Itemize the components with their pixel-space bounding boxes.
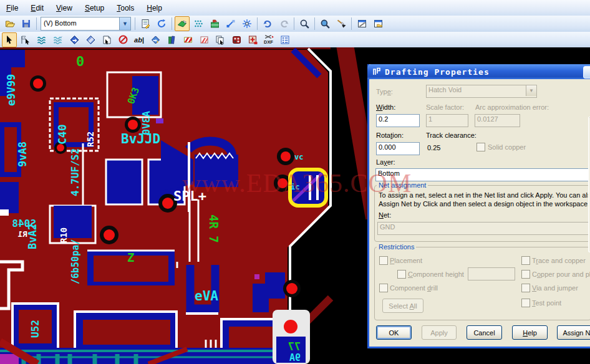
brush-icon[interactable] bbox=[334, 16, 349, 31]
net-input[interactable]: GND bbox=[377, 222, 590, 235]
menu-tools[interactable]: Tools bbox=[110, 2, 140, 14]
component-drill-checkbox[interactable] bbox=[379, 284, 388, 292]
width-input[interactable]: 0.2 bbox=[376, 114, 420, 127]
cancel-button[interactable]: Cancel bbox=[467, 325, 502, 340]
track-clearance-label: Track clearance: bbox=[426, 132, 476, 139]
svg-text:DXF: DXF bbox=[264, 39, 273, 45]
type-select[interactable]: Hatch Void ▼ bbox=[426, 85, 537, 98]
add-pad-icon[interactable] bbox=[245, 32, 260, 47]
menu-setup[interactable]: Setup bbox=[79, 2, 110, 14]
net-help-line1: To assign a net, select a net in the Net… bbox=[379, 191, 590, 199]
split-plane-edit-icon[interactable] bbox=[196, 32, 211, 47]
add-connection-icon[interactable] bbox=[223, 16, 238, 31]
svg-text:U52: U52 bbox=[29, 320, 41, 338]
placement-label: Placement bbox=[390, 257, 422, 264]
net-help-line2: Assign Net by Click and then select a de… bbox=[379, 200, 589, 208]
properties-icon[interactable] bbox=[138, 16, 153, 31]
highlight-burst-icon[interactable] bbox=[239, 16, 254, 31]
menu-view[interactable]: View bbox=[50, 2, 79, 14]
zoom-icon[interactable] bbox=[297, 16, 312, 31]
toolbar-drafting: ab| DXF bbox=[0, 32, 590, 48]
hatch-pour-icon[interactable] bbox=[83, 32, 98, 47]
redraw-icon[interactable] bbox=[154, 16, 169, 31]
board-setup-icon[interactable] bbox=[207, 16, 222, 31]
component-height-checkbox[interactable] bbox=[397, 270, 406, 279]
copper-hatch-icon[interactable] bbox=[51, 32, 65, 47]
test-point-checkbox[interactable] bbox=[521, 299, 530, 307]
svg-text:eVA: eVA bbox=[195, 289, 218, 304]
select-special-icon[interactable] bbox=[18, 32, 33, 47]
layer-select[interactable]: Bottom bbox=[375, 168, 590, 181]
flood-pour-icon[interactable] bbox=[67, 32, 82, 47]
scale-factor-input[interactable]: 1 bbox=[426, 114, 468, 127]
svg-text:SPL+: SPL+ bbox=[173, 188, 206, 204]
net-assignment-legend: Net assignment bbox=[377, 181, 428, 189]
track-clearance-value: 0.25 bbox=[427, 144, 440, 151]
via-and-jumper-label: Via and jumper bbox=[532, 284, 578, 292]
import-window-icon[interactable] bbox=[370, 16, 385, 31]
no-connect-icon[interactable] bbox=[115, 32, 130, 47]
dialog-title: Drafting Properties bbox=[385, 67, 490, 77]
options-list-icon[interactable] bbox=[278, 32, 293, 47]
copy-objects-icon[interactable] bbox=[213, 32, 228, 47]
via-and-jumper-checkbox[interactable] bbox=[521, 284, 530, 292]
trace-and-copper-checkbox[interactable] bbox=[521, 256, 530, 265]
design-toolbar-icon[interactable] bbox=[175, 16, 190, 31]
arc-error-label: Arc approximation error: bbox=[475, 103, 549, 111]
type-label: Type: bbox=[376, 88, 393, 95]
help-button[interactable]: Help bbox=[512, 325, 548, 340]
solid-copper-label: Solid copper bbox=[488, 143, 526, 151]
chevron-down-icon[interactable]: ▼ bbox=[526, 85, 536, 96]
pour-manager-icon[interactable] bbox=[191, 16, 206, 31]
svg-text:vc: vc bbox=[294, 153, 303, 161]
menu-edit[interactable]: Edit bbox=[24, 2, 50, 14]
restrictions-legend: Restrictions bbox=[377, 243, 416, 251]
layer-label: Layer: bbox=[376, 158, 395, 166]
menu-help[interactable]: Help bbox=[140, 2, 168, 14]
application-window: File Edit View Setup Tools Help (V) Bott… bbox=[0, 0, 590, 364]
toolbar-standard: (V) Bottom ▼ bbox=[0, 16, 590, 32]
copper-pour-icon[interactable] bbox=[34, 32, 49, 47]
open-icon[interactable] bbox=[2, 16, 17, 31]
layer-selector[interactable]: (V) Bottom ▼ bbox=[41, 17, 131, 31]
solid-copper-checkbox[interactable] bbox=[476, 143, 485, 151]
split-plane-icon[interactable] bbox=[180, 32, 195, 47]
add-text-label: ab| bbox=[134, 36, 144, 44]
svg-text:BvJJD: BvJJD bbox=[121, 132, 160, 146]
svg-text:9A: 9A bbox=[289, 352, 301, 363]
close-icon[interactable] bbox=[583, 66, 590, 79]
thermal-pads-icon[interactable] bbox=[229, 32, 244, 47]
library-icon[interactable] bbox=[164, 32, 179, 47]
copper-pour-checkbox[interactable] bbox=[521, 270, 530, 279]
add-text-icon[interactable]: ab| bbox=[132, 32, 147, 47]
component-height-input[interactable] bbox=[468, 267, 515, 280]
placement-checkbox[interactable] bbox=[379, 256, 388, 265]
zoom-mode-icon[interactable] bbox=[317, 16, 332, 31]
ok-button[interactable]: OK bbox=[376, 325, 412, 340]
dialog-body: Type: Hatch Void ▼ Width: Scale factor: … bbox=[369, 79, 590, 347]
apply-button[interactable]: Apply bbox=[422, 325, 457, 340]
rotation-input[interactable]: 0.000 bbox=[376, 142, 420, 155]
test-point-label: Test point bbox=[532, 299, 561, 307]
menu-bar: File Edit View Setup Tools Help bbox=[0, 0, 590, 16]
dialog-title-bar[interactable]: Drafting Properties bbox=[367, 64, 590, 79]
report-window-icon[interactable] bbox=[354, 16, 369, 31]
svg-text:ic: ic bbox=[291, 183, 299, 191]
svg-text:e9V99: e9V99 bbox=[5, 74, 17, 106]
dxf-import-icon[interactable]: DXF bbox=[261, 32, 276, 47]
arc-error-input[interactable]: 0.0127 bbox=[475, 114, 520, 127]
drafting-properties-dialog: Drafting Properties Type: Hatch Void ▼ W… bbox=[367, 64, 590, 348]
fill-pour-icon[interactable] bbox=[148, 32, 163, 47]
save-icon[interactable] bbox=[19, 16, 34, 31]
chevron-down-icon[interactable]: ▼ bbox=[119, 17, 130, 30]
select-all-button[interactable]: Select All bbox=[382, 299, 423, 313]
assign-net-button[interactable]: Assign Net bbox=[557, 325, 590, 340]
redo-disabled-icon[interactable] bbox=[276, 16, 291, 31]
svg-text:0: 0 bbox=[76, 54, 84, 69]
area-sheet-icon[interactable] bbox=[99, 32, 114, 47]
menu-file[interactable]: File bbox=[0, 2, 24, 14]
svg-text:77: 77 bbox=[288, 340, 301, 353]
select-arrow-icon[interactable] bbox=[2, 32, 17, 47]
svg-text:R10: R10 bbox=[59, 228, 69, 243]
undo-icon[interactable] bbox=[260, 16, 275, 31]
